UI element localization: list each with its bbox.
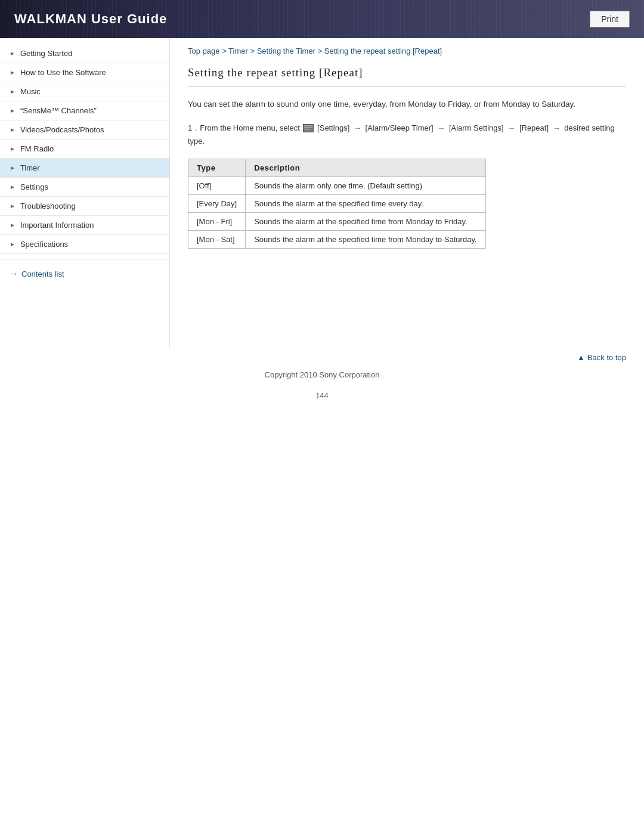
sidebar-arrow-icon: ► (10, 145, 16, 152)
sidebar-arrow-icon: ► (10, 107, 16, 114)
step-prefix: 1．From the Home menu, select (188, 123, 302, 132)
copyright-text: Copyright 2010 Sony Corporation (0, 362, 644, 391)
sidebar-item-label: Timer (20, 163, 40, 172)
table-cell-description: Sounds the alarm only one time. (Default… (246, 176, 485, 194)
svg-rect-3 (304, 127, 312, 128)
breadcrumb-current[interactable]: Setting the repeat setting [Repeat] (324, 47, 442, 55)
sidebar-item-troubleshooting[interactable]: ►Troubleshooting (0, 197, 169, 216)
breadcrumb-sep1: > (222, 47, 228, 55)
back-to-top-link[interactable]: ▲ Back to top (577, 353, 626, 362)
sidebar-arrow-icon: ► (10, 165, 16, 171)
breadcrumb-timer[interactable]: Timer (228, 47, 248, 55)
sidebar-item-videos-podcasts-photos[interactable]: ►Videos/Podcasts/Photos (0, 120, 169, 140)
sidebar-item-settings[interactable]: ►Settings (0, 178, 169, 197)
sidebar-item-important-information[interactable]: ►Important Information (0, 216, 169, 235)
page-number: 144 (0, 391, 644, 412)
breadcrumb-sep2: > (250, 47, 256, 55)
breadcrumb-top-page[interactable]: Top page (188, 47, 220, 55)
page-title: Setting the repeat setting [Repeat] (188, 66, 626, 87)
table-cell-description: Sounds the alarm at the specified time f… (246, 212, 485, 230)
svg-rect-2 (304, 125, 312, 126)
app-title: WALKMAN User Guide (14, 11, 167, 27)
sidebar-item-label: Settings (20, 182, 48, 191)
sidebar-arrow-icon: ► (10, 184, 16, 190)
bottom-bar: ▲ Back to top (0, 348, 644, 362)
sidebar-item-label: How to Use the Software (20, 68, 106, 77)
settings-icon (303, 124, 314, 132)
table-row: [Off]Sounds the alarm only one time. (De… (188, 176, 486, 194)
triangle-up-icon: ▲ (577, 353, 585, 362)
sidebar-item-label: Troubleshooting (20, 202, 76, 210)
breadcrumb: Top page > Timer > Setting the Timer > S… (188, 38, 626, 60)
header: WALKMAN User Guide Print (0, 0, 644, 38)
body-text: You can set the alarm to sound only one … (188, 98, 626, 111)
content-layout: ►Getting Started►How to Use the Software… (0, 38, 644, 348)
sidebar-arrow-icon: ► (10, 88, 16, 95)
sidebar-item-getting-started[interactable]: ►Getting Started (0, 44, 169, 63)
svg-rect-4 (304, 129, 310, 130)
sidebar-item-label: Getting Started (20, 49, 72, 58)
sidebar-arrow-icon: ► (10, 241, 16, 247)
sidebar-arrow-icon: ► (10, 222, 16, 228)
table-cell-type: [Every Day] (188, 194, 246, 212)
table-col-type: Type (188, 159, 246, 176)
sidebar-footer: → Contents list (0, 259, 169, 288)
sidebar-arrow-icon: ► (10, 203, 16, 209)
sidebar-item-label: Important Information (20, 221, 94, 230)
breadcrumb-setting-timer[interactable]: Setting the Timer (257, 47, 315, 55)
main-content: Top page > Timer > Setting the Timer > S… (170, 38, 644, 272)
step-instruction: 1．From the Home menu, select [Settings] … (188, 122, 626, 148)
sidebar-item-label: “SensMe™ Channels” (20, 106, 97, 115)
sidebar-item--sensme--channels-[interactable]: ►“SensMe™ Channels” (0, 101, 169, 120)
sidebar-item-fm-radio[interactable]: ►FM Radio (0, 140, 169, 159)
table-cell-description: Sounds the alarm at the specified time e… (246, 194, 485, 212)
sidebar-item-music[interactable]: ►Music (0, 82, 169, 101)
table-col-description: Description (246, 159, 485, 176)
arrow-right-icon: → (10, 269, 18, 278)
table-cell-type: [Mon - Fri] (188, 212, 246, 230)
sidebar-item-label: Specifications (20, 240, 68, 249)
settings-table: Type Description [Off]Sounds the alarm o… (188, 159, 486, 249)
sidebar-arrow-icon: ► (10, 126, 16, 133)
sidebar-item-label: Music (20, 87, 41, 96)
sidebar-item-label: FM Radio (20, 144, 54, 153)
contents-list-link[interactable]: → Contents list (10, 269, 160, 278)
table-row: [Mon - Fri]Sounds the alarm at the speci… (188, 212, 486, 230)
sidebar-item-label: Videos/Podcasts/Photos (20, 125, 104, 134)
breadcrumb-sep3: > (318, 47, 324, 55)
print-button[interactable]: Print (590, 11, 630, 27)
table-cell-type: [Mon - Sat] (188, 230, 246, 248)
table-cell-type: [Off] (188, 176, 246, 194)
table-row: [Mon - Sat]Sounds the alarm at the speci… (188, 230, 486, 248)
table-cell-description: Sounds the alarm at the specified time f… (246, 230, 485, 248)
sidebar-item-timer[interactable]: ►Timer (0, 159, 169, 178)
table-row: [Every Day]Sounds the alarm at the speci… (188, 194, 486, 212)
sidebar-arrow-icon: ► (10, 69, 16, 76)
sidebar: ►Getting Started►How to Use the Software… (0, 38, 170, 348)
sidebar-item-specifications[interactable]: ►Specifications (0, 235, 169, 254)
sidebar-item-how-to-use-the-software[interactable]: ►How to Use the Software (0, 63, 169, 82)
sidebar-arrow-icon: ► (10, 50, 16, 57)
